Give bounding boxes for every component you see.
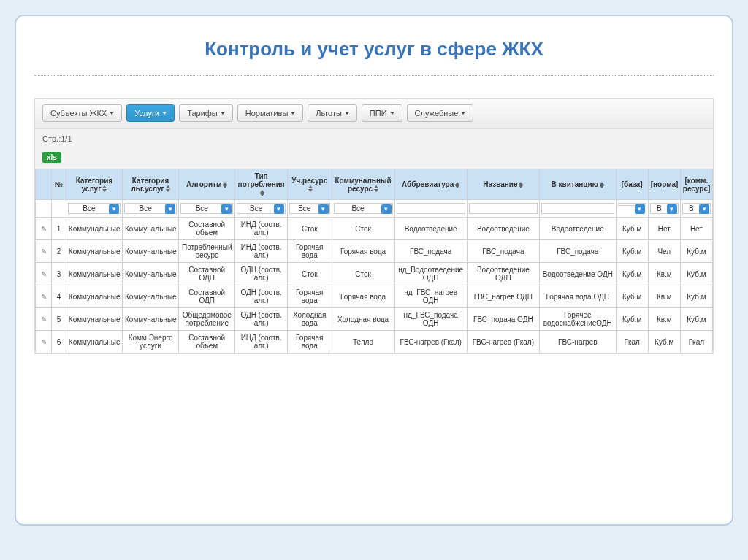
toolbar-btn-2[interactable]: Тарифы (179, 104, 233, 122)
edit-icon[interactable]: ✎ (41, 270, 47, 278)
toolbar-btn-label: ППИ (370, 109, 387, 118)
chevron-down-icon: ▾ (381, 204, 392, 214)
toolbar-btn-label: Субъекты ЖКХ (50, 109, 107, 118)
toolbar-btn-1[interactable]: Услуги (126, 104, 175, 122)
cell: Коммунальные (66, 240, 122, 263)
cell: Нет (648, 218, 680, 240)
sort-icon[interactable] (102, 185, 107, 192)
cell: Коммунальные (123, 263, 179, 285)
cell: Кв.м (648, 308, 680, 331)
filter-acc-resource[interactable]: Все▾ (289, 203, 330, 214)
filter-consumption-type[interactable]: Все▾ (237, 203, 286, 214)
divider (34, 75, 714, 76)
sort-icon[interactable] (455, 182, 459, 188)
filter-comm-resource[interactable]: Все▾ (334, 203, 393, 214)
cell: Куб.м (680, 263, 712, 285)
filter-norm[interactable]: В▾ (650, 203, 679, 214)
header-algorithm[interactable]: Алгоритм (179, 169, 235, 200)
cell: Составной объем (179, 218, 235, 240)
table-row: ✎3КоммунальныеКоммунальныеСоставной ОДПО… (36, 263, 713, 285)
edit-icon[interactable]: ✎ (41, 293, 47, 301)
header-comm-resource[interactable]: Коммунальный ресурс (332, 169, 394, 200)
toolbar: Субъекты ЖКХУслугиТарифыНормативыЛьготыП… (35, 99, 713, 129)
edit-icon[interactable]: ✎ (41, 248, 47, 256)
cell: Сток (287, 263, 332, 285)
toolbar-btn-label: Служебные (415, 109, 459, 118)
sort-icon[interactable] (260, 190, 264, 196)
header-row: № Категория услуг Категория льг.услуг Ал… (36, 169, 713, 200)
cell: Сток (332, 218, 394, 240)
sort-icon[interactable] (374, 185, 378, 192)
sort-icon[interactable] (600, 182, 604, 188)
cell: ✎ (36, 218, 52, 240)
filter-cat-benefit[interactable]: Все▾ (124, 203, 177, 214)
cell: нд_ГВС_подача ОДН (394, 308, 467, 331)
filter-receipt-input[interactable] (541, 203, 614, 214)
header-name[interactable]: Название (467, 169, 539, 200)
edit-icon[interactable]: ✎ (41, 225, 47, 233)
outer-frame: Контроль и учет услуг в сфере ЖКХ Субъек… (15, 15, 733, 526)
cell: Водоотведение ОДН (539, 263, 616, 285)
filter-algorithm[interactable]: Все▾ (180, 203, 233, 214)
cell: Коммунальные (66, 285, 122, 308)
sort-icon[interactable] (166, 185, 170, 192)
filter-komm-res[interactable]: В▾ (682, 203, 711, 214)
filter-abbreviation-input[interactable] (397, 203, 465, 214)
toolbar-btn-0[interactable]: Субъекты ЖКХ (42, 104, 122, 122)
cell: ГВС-нагрев (539, 331, 616, 353)
cell: Холодная вода (332, 308, 394, 331)
toolbar-btn-5[interactable]: ППИ (362, 104, 402, 122)
toolbar-btn-6[interactable]: Служебные (407, 104, 474, 122)
toolbar-btn-4[interactable]: Льготы (308, 104, 357, 122)
cell: 1 (52, 218, 66, 240)
cell: Горячее водоснабжениеОДН (539, 308, 616, 331)
cell: Коммунальные (123, 218, 179, 240)
filter-base[interactable]: ▾ (618, 203, 646, 206)
cell: Водоотведение (394, 218, 467, 240)
cell: Водоотведение (467, 218, 539, 240)
toolbar-btn-3[interactable]: Нормативы (237, 104, 304, 122)
header-cat-benefit[interactable]: Категория льг.услуг (123, 169, 179, 200)
table-row: ✎1КоммунальныеКоммунальныеСоставной объе… (36, 218, 713, 240)
cell: ОДН (соотв. алг.) (235, 263, 288, 285)
header-cat-service[interactable]: Категория услуг (66, 169, 122, 200)
header-in-receipt[interactable]: В квитанцию (539, 169, 616, 200)
page-title: Контроль и учет услуг в сфере ЖКХ (34, 38, 714, 61)
edit-icon[interactable]: ✎ (41, 315, 47, 323)
header-consumption-type[interactable]: Тип потребления (235, 169, 288, 200)
cell: Куб.м (616, 263, 648, 285)
filter-cat-service[interactable]: Все▾ (68, 203, 121, 214)
cell: Сток (287, 218, 332, 240)
header-komm-res[interactable]: [комм. ресурс] (680, 169, 712, 200)
cell: Горячая вода (332, 240, 394, 263)
cell: 5 (52, 308, 66, 331)
cell: Составной ОДП (179, 285, 235, 308)
header-norm[interactable]: [норма] (648, 169, 680, 200)
cell: Комм.Энерго услуги (123, 331, 179, 353)
chevron-down-icon: ▾ (667, 204, 677, 214)
header-abbreviation[interactable]: Аббревиатура (394, 169, 467, 200)
cell: Составной ОДП (179, 263, 235, 285)
cell: Горячая вода (287, 285, 332, 308)
sort-icon[interactable] (308, 185, 313, 192)
xls-export-button[interactable]: xls (42, 152, 61, 163)
header-num[interactable]: № (52, 169, 66, 200)
cell: Водоотведение ОДН (467, 263, 539, 285)
filter-name-input[interactable] (469, 203, 538, 214)
chevron-down-icon (110, 112, 114, 115)
cell: Куб.м (616, 240, 648, 263)
cell: ✎ (36, 240, 52, 263)
cell: Коммунальные (66, 218, 122, 240)
edit-icon[interactable]: ✎ (41, 338, 47, 346)
cell: Общедомовое потребление (179, 308, 235, 331)
header-base[interactable]: [база] (616, 169, 648, 200)
toolbar-btn-label: Льготы (316, 109, 342, 118)
header-edit (36, 169, 52, 200)
sort-icon[interactable] (223, 182, 227, 188)
chevron-down-icon: ▾ (165, 204, 175, 214)
cell: Кв.м (648, 263, 680, 285)
header-acc-resource[interactable]: Уч.ресурс (287, 169, 332, 200)
sort-icon[interactable] (519, 182, 523, 188)
cell: 3 (52, 263, 66, 285)
cell: Куб.м (680, 308, 712, 331)
